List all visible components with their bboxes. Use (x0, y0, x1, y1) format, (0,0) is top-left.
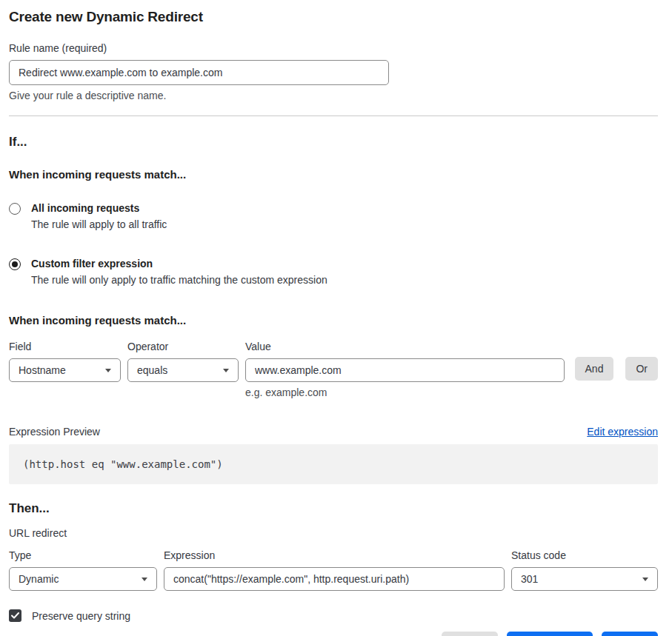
radio-selected-icon[interactable] (9, 258, 21, 270)
value-help: e.g. example.com (245, 386, 565, 398)
status-code-label: Status code (511, 549, 658, 561)
expression-preview-label: Expression Preview (9, 426, 100, 438)
rule-name-input[interactable] (9, 60, 389, 85)
status-code-dropdown[interactable]: 301 (511, 567, 658, 591)
if-heading: If... (9, 135, 658, 150)
checkbox-checked-icon[interactable] (9, 609, 21, 622)
operator-dropdown-value: equals (137, 364, 167, 376)
edit-expression-link[interactable]: Edit expression (587, 426, 658, 438)
page-title: Create new Dynamic Redirect (9, 6, 658, 25)
operator-label: Operator (127, 341, 239, 352)
rule-name-help: Give your rule a descriptive name. (9, 90, 658, 101)
expression-label: Expression (164, 549, 505, 561)
radio-option-label[interactable]: All incoming requests (31, 202, 167, 215)
radio-unselected-icon[interactable] (9, 203, 21, 215)
preserve-query-label[interactable]: Preserve query string (32, 610, 130, 622)
save-as-draft-button[interactable]: Save as Draft (507, 632, 593, 636)
chevron-down-icon (223, 369, 229, 372)
status-code-dropdown-value: 301 (521, 573, 538, 585)
radio-option-description: The rule will only apply to traffic matc… (31, 274, 327, 286)
value-label: Value (245, 341, 565, 352)
deploy-button[interactable]: Deploy (602, 632, 658, 636)
chevron-down-icon (105, 369, 111, 372)
radio-option-description: The rule will apply to all traffic (31, 218, 167, 230)
radio-option-all-requests[interactable]: All incoming requests The rule will appl… (9, 202, 658, 230)
radio-option-label[interactable]: Custom filter expression (31, 258, 327, 270)
type-dropdown-value: Dynamic (19, 573, 59, 585)
cancel-button[interactable]: Cancel (442, 632, 498, 636)
rule-name-label: Rule name (required) (9, 42, 658, 54)
radio-option-custom-expression[interactable]: Custom filter expression The rule will o… (9, 258, 658, 286)
create-redirect-form: Create new Dynamic Redirect Rule name (r… (0, 0, 672, 636)
and-button[interactable]: And (575, 357, 614, 381)
section-divider (9, 116, 658, 116)
redirect-expression-input[interactable] (164, 567, 505, 591)
preserve-query-row[interactable]: Preserve query string (9, 609, 658, 622)
match-heading: When incoming requests match... (9, 168, 658, 181)
chevron-down-icon (142, 578, 147, 581)
then-heading: Then... (9, 501, 658, 516)
redirect-config-row: Type Dynamic Expression Status code 301 (9, 549, 658, 591)
field-label: Field (9, 341, 121, 352)
type-dropdown[interactable]: Dynamic (9, 567, 157, 591)
filter-builder-heading: When incoming requests match... (9, 314, 658, 327)
filter-builder-row: Field Hostname Operator equals Value e.g… (9, 341, 658, 398)
type-label: Type (9, 549, 157, 561)
operator-dropdown[interactable]: equals (127, 358, 239, 382)
field-dropdown[interactable]: Hostname (9, 358, 121, 382)
expression-preview-code: (http.host eq "www.example.com") (9, 444, 658, 484)
url-redirect-label: URL redirect (9, 527, 658, 539)
form-actions: Cancel Save as Draft Deploy (9, 632, 658, 636)
or-button[interactable]: Or (625, 357, 658, 381)
value-input[interactable] (245, 358, 565, 382)
field-dropdown-value: Hostname (19, 364, 66, 376)
chevron-down-icon (642, 578, 648, 581)
match-type-radio-group: All incoming requests The rule will appl… (9, 202, 658, 286)
